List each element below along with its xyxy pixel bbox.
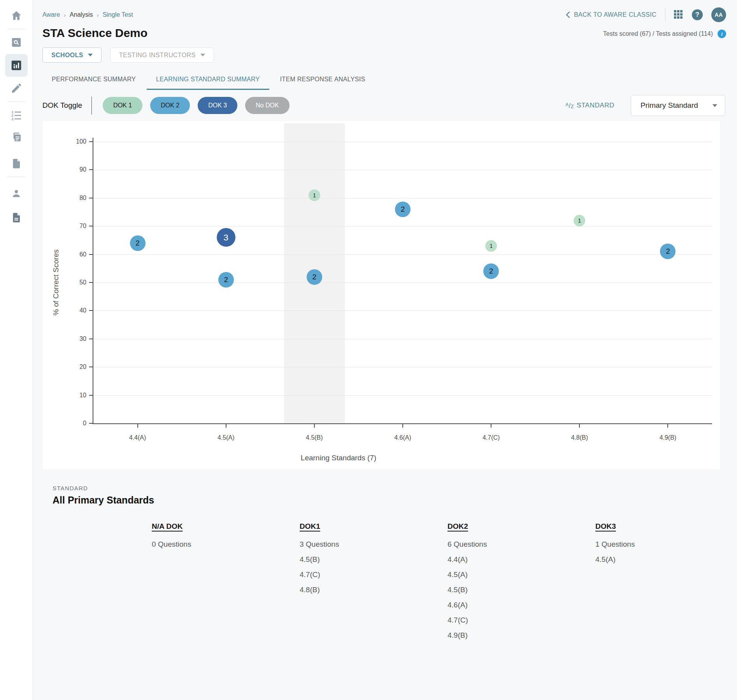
- breadcrumb-item[interactable]: Aware: [42, 11, 60, 18]
- help-icon[interactable]: ?: [692, 9, 703, 20]
- x-tick-label: 4.9(B): [640, 434, 695, 441]
- avatar[interactable]: AA: [711, 7, 726, 22]
- dok-column-heading[interactable]: DOK2: [447, 522, 468, 531]
- chart-bubble-dok1[interactable]: 1: [485, 240, 497, 252]
- sort-standard-label: STANDARD: [577, 102, 614, 109]
- page-title: STA Science Demo: [42, 26, 147, 40]
- breadcrumb: Aware›Analysis›Single Test: [42, 11, 133, 18]
- dok-column-heading[interactable]: DOK1: [300, 522, 320, 531]
- x-tick: [226, 424, 226, 428]
- y-tick-label: 0: [63, 420, 86, 427]
- chart-bubble-dok1[interactable]: 1: [574, 215, 585, 226]
- standards-section: STANDARD All Primary Standards N/A DOK0 …: [42, 469, 726, 640]
- y-tick-label: 100: [63, 138, 86, 145]
- gridline: [93, 170, 712, 170]
- y-tick: [89, 198, 93, 198]
- back-to-aware-classic-link[interactable]: BACK TO AWARE CLASSIC: [565, 11, 656, 19]
- chart-bubble-dok2[interactable]: 2: [395, 202, 411, 217]
- y-tick: [89, 310, 93, 311]
- dok-column-heading[interactable]: N/A DOK: [152, 522, 183, 531]
- breadcrumb-item[interactable]: Single Test: [103, 11, 133, 18]
- document-icon[interactable]: [7, 208, 26, 227]
- gridline: [93, 142, 712, 142]
- pencil-icon[interactable]: [7, 79, 26, 98]
- sidebar: 123: [0, 0, 33, 700]
- gridline: [93, 311, 712, 311]
- testing-instructors-dropdown-button[interactable]: TESTING INSTRUCTORS: [110, 47, 214, 63]
- gridline: [93, 254, 712, 255]
- dok-column-n-a-dok: N/A DOK0 Questions: [152, 522, 300, 640]
- y-tick: [89, 169, 93, 170]
- dok-columns: N/A DOK0 QuestionsDOK13 Questions4.5(B)4…: [53, 522, 726, 640]
- x-tick: [667, 424, 668, 428]
- tab-performance-summary[interactable]: PERFORMANCE SUMMARY: [42, 71, 145, 90]
- back-link-label: BACK TO AWARE CLASSIC: [574, 11, 656, 18]
- dok-pill-dok-3[interactable]: DOK 3: [198, 97, 237, 114]
- chevron-down-icon: [88, 54, 93, 56]
- chart-bubble-dok1[interactable]: 1: [309, 189, 320, 201]
- tab-learning-standard-summary[interactable]: LEARNING STANDARD SUMMARY: [147, 71, 269, 90]
- sort-az-icon: A/Z: [565, 102, 574, 109]
- breadcrumb-separator: ›: [64, 12, 66, 18]
- bar-chart-icon[interactable]: [5, 54, 28, 77]
- chart-bubble-dok2[interactable]: 2: [483, 263, 499, 279]
- dok-standard-item: 4.6(A): [447, 601, 595, 609]
- x-axis-title: Learning Standards (7): [93, 454, 584, 462]
- x-tick: [491, 424, 491, 428]
- numbered-list-icon[interactable]: 123: [7, 106, 26, 125]
- dok-standard-list: 4.4(A)4.5(A)4.5(B)4.6(A)4.7(C)4.9(B): [447, 555, 595, 640]
- chart-bubble-dok2[interactable]: 2: [218, 272, 234, 288]
- y-tick-label: 30: [63, 335, 86, 342]
- dok-column-dok3: DOK31 Questions4.5(A): [595, 522, 737, 640]
- dok-standard-item: 4.5(A): [447, 570, 595, 579]
- schools-label: SCHOOLS: [51, 52, 83, 59]
- y-axis-line: [93, 138, 93, 424]
- tab-item-response-analysis[interactable]: ITEM RESPONSE ANALYSIS: [271, 71, 375, 90]
- y-tick-label: 90: [63, 166, 86, 173]
- chart-bubble-dok2[interactable]: 2: [307, 269, 322, 285]
- y-tick: [89, 395, 93, 396]
- y-tick-label: 80: [63, 195, 86, 202]
- home-icon[interactable]: [7, 6, 26, 25]
- dok-pill-dok-1[interactable]: DOK 1: [103, 97, 142, 114]
- dok-column-dok2: DOK26 Questions4.4(A)4.5(A)4.5(B)4.6(A)4…: [447, 522, 595, 640]
- info-icon[interactable]: i: [718, 30, 726, 38]
- chart-bubble-dok2[interactable]: 2: [660, 244, 676, 259]
- dok-pill-no-dok[interactable]: No DOK: [245, 97, 290, 114]
- x-tick-label: 4.4(A): [111, 434, 165, 441]
- dok-question-count: 3 Questions: [300, 540, 447, 549]
- dok-column-heading[interactable]: DOK3: [595, 522, 616, 531]
- sort-standard-button[interactable]: A/Z STANDARD: [565, 102, 614, 109]
- y-tick: [89, 423, 93, 424]
- person-icon[interactable]: [7, 184, 26, 203]
- primary-standard-select[interactable]: Primary Standard: [631, 95, 725, 116]
- y-tick: [89, 141, 93, 142]
- file-icon[interactable]: [7, 154, 26, 173]
- x-tick-label: 4.5(A): [199, 434, 253, 441]
- sidebar-divider: [7, 102, 25, 102]
- gridline: [93, 226, 712, 226]
- instructors-label: TESTING INSTRUCTORS: [119, 52, 196, 59]
- dok-standard-item: 4.7(C): [300, 570, 447, 579]
- primary-standard-value: Primary Standard: [640, 101, 698, 110]
- dok-pill-dok-2[interactable]: DOK 2: [150, 97, 190, 114]
- dok-standard-item: 4.4(A): [447, 555, 595, 564]
- copy-pages-icon[interactable]: [7, 128, 26, 146]
- search-icon[interactable]: [7, 33, 26, 52]
- chevron-down-icon: [712, 104, 717, 107]
- app-grid-icon[interactable]: [674, 10, 683, 19]
- gridline: [93, 198, 712, 198]
- y-tick-label: 50: [63, 279, 86, 286]
- schools-dropdown-button[interactable]: SCHOOLS: [42, 47, 102, 63]
- x-tick-label: 4.5(B): [287, 434, 342, 441]
- gridline: [93, 339, 712, 339]
- y-tick-label: 20: [63, 363, 86, 370]
- chart-bubble-dok2[interactable]: 2: [130, 235, 146, 251]
- dok-standard-list: 4.5(A): [595, 555, 737, 564]
- chart-bubble-dok3[interactable]: 3: [217, 228, 235, 247]
- header-divider: [665, 8, 665, 21]
- dok-question-count: 0 Questions: [152, 540, 300, 549]
- y-tick: [89, 254, 93, 255]
- x-tick-label: 4.8(B): [552, 434, 607, 441]
- breadcrumb-separator: ›: [97, 12, 99, 18]
